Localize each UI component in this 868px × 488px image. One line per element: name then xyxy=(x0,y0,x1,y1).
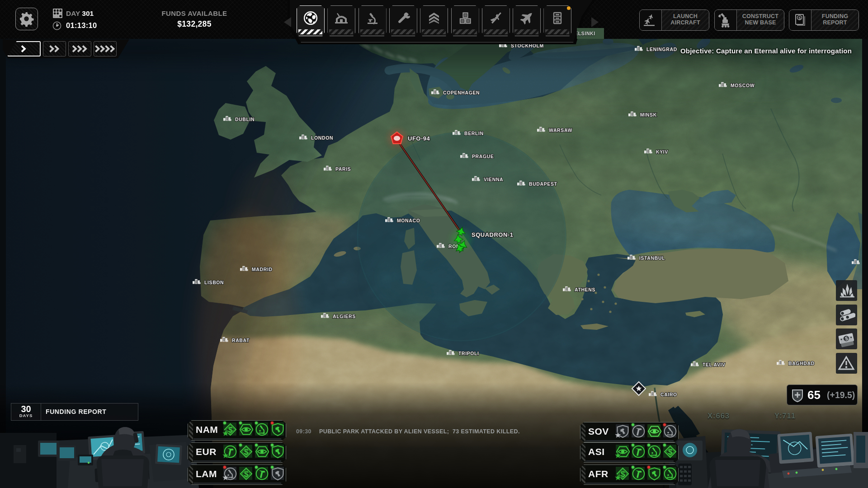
svg-text:TEL AVIV: TEL AVIV xyxy=(703,362,726,367)
svg-text:WARSAW: WARSAW xyxy=(549,127,572,133)
svg-text:ISTANBUL: ISTANBUL xyxy=(639,255,665,261)
svg-text:$: $ xyxy=(798,15,801,20)
svg-text:MOSCOW: MOSCOW xyxy=(731,83,755,88)
svg-text:$: $ xyxy=(244,470,249,479)
svg-text:LONDON: LONDON xyxy=(311,135,333,141)
svg-text:CAIRO: CAIRO xyxy=(660,392,677,397)
svg-text:COPENHAGEN: COPENHAGEN xyxy=(443,90,480,95)
svg-text:RABAT: RABAT xyxy=(232,338,250,343)
svg-text:BUDAPEST: BUDAPEST xyxy=(529,181,557,187)
svg-text:$: $ xyxy=(244,448,249,456)
svg-text:SQUADRON-1: SQUADRON-1 xyxy=(472,231,513,238)
svg-text:DUBLIN: DUBLIN xyxy=(235,117,255,122)
svg-text:LISBON: LISBON xyxy=(204,280,224,285)
svg-text:UFO-94: UFO-94 xyxy=(408,135,430,142)
svg-text:KYIV: KYIV xyxy=(656,149,668,155)
svg-text:MONACO: MONACO xyxy=(397,218,420,223)
svg-text:BERLIN: BERLIN xyxy=(464,131,484,136)
svg-text:ALGIERS: ALGIERS xyxy=(333,314,356,319)
svg-text:PARIS: PARIS xyxy=(335,166,351,172)
svg-text:PRAGUE: PRAGUE xyxy=(472,154,494,159)
svg-text:BAGHDAD: BAGHDAD xyxy=(788,361,815,366)
svg-text:$: $ xyxy=(668,448,673,456)
svg-text:VIENNA: VIENNA xyxy=(484,177,503,182)
svg-text:MADRID: MADRID xyxy=(252,267,273,272)
svg-text:ATHENS: ATHENS xyxy=(575,287,595,292)
svg-text:TRIPOLI: TRIPOLI xyxy=(458,351,479,356)
svg-text:MINSK: MINSK xyxy=(640,112,657,117)
